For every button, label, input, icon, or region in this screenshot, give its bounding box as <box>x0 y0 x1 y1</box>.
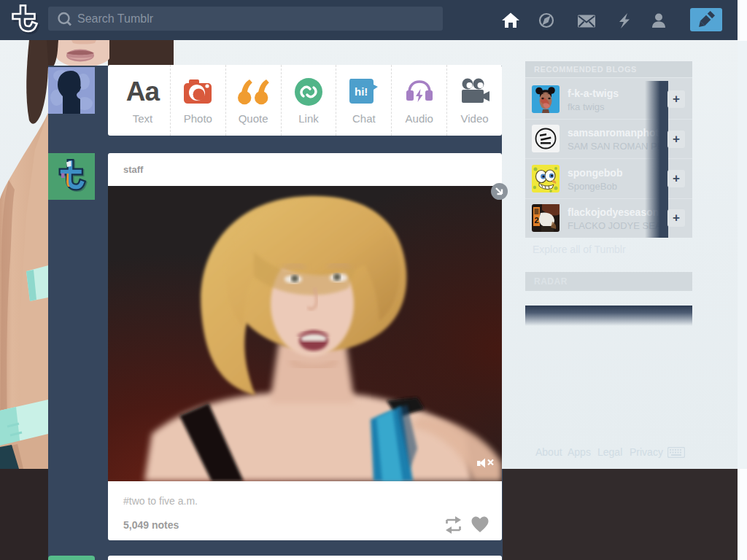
svg-text:2: 2 <box>535 216 539 225</box>
svg-text:Search Tumblr: Search Tumblr <box>77 12 154 25</box>
svg-text:hi!: hi! <box>355 85 368 98</box>
